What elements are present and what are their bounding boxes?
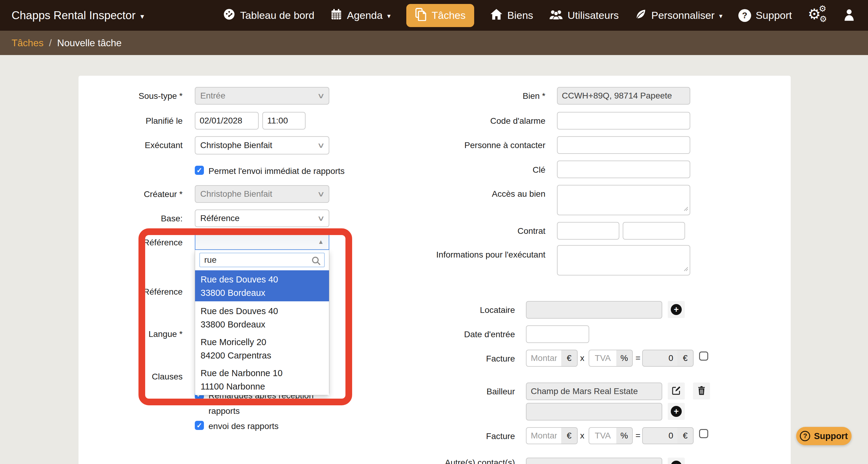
facture2-result-input [642, 427, 678, 444]
option-line1: Rue de Narbonne 10 [200, 366, 329, 380]
option-line2: 11100 Narbonne [200, 380, 329, 393]
planned-time-input[interactable] [262, 112, 306, 130]
nav-item-label: Tableau de bord [240, 9, 314, 21]
nav-item-taches[interactable]: Tâches [406, 4, 474, 27]
bien-label: Bien * [436, 91, 546, 101]
locataire-input [526, 301, 662, 319]
facture1-percent-addon: % [616, 350, 633, 367]
contrat-input-2[interactable] [623, 222, 685, 240]
planned-date-input[interactable] [195, 112, 259, 130]
createur-select[interactable]: Christophe Bienfait ∨ [195, 185, 329, 203]
chevron-down-icon: ∨ [317, 214, 325, 223]
facture1-checkbox[interactable] [699, 352, 708, 361]
chevron-down-icon: ∨ [317, 92, 325, 100]
cle-input[interactable] [557, 161, 690, 178]
facture1-currency-addon: € [561, 350, 578, 367]
settings-gears-button[interactable]: ⚙ ⚙ ⚙ [808, 6, 827, 25]
leaf-icon [634, 8, 647, 23]
option-line1: Rue des Douves 40 [200, 304, 329, 318]
resize-handle-icon[interactable] [683, 203, 688, 213]
acces-bien-textarea[interactable] [557, 185, 690, 215]
user-profile-button[interactable] [843, 8, 855, 23]
permet-envoi-label: Permet l'envoi immédiat de rapports [209, 166, 344, 176]
date-entree-label: Date d'entrée [405, 330, 515, 339]
tasks-icon [415, 8, 427, 24]
breadcrumb-taches-link[interactable]: Tâches [11, 37, 43, 48]
date-entree-input[interactable] [526, 325, 589, 343]
facture2-tva-input[interactable] [589, 427, 617, 444]
resize-handle-icon[interactable] [683, 264, 688, 273]
executant-select[interactable]: Christophe Bienfait ∨ [195, 136, 329, 155]
bailleur-delete-button[interactable] [693, 383, 710, 400]
personne-contacter-input[interactable] [557, 136, 690, 154]
facture1-label: Facture [405, 354, 515, 364]
calendar-icon [330, 8, 342, 23]
executant-value: Christophe Bienfait [200, 140, 272, 150]
nav-item-tableau-de-bord[interactable]: Tableau de bord [223, 8, 314, 23]
plus-icon: + [671, 406, 682, 417]
dropdown-option[interactable]: Rue de Narbonne 10 11100 Narbonne [195, 364, 329, 395]
contrat-input-1[interactable] [557, 222, 619, 240]
nav-item-personnaliser[interactable]: Personnaliser ▾ [634, 8, 722, 23]
dropdown-option[interactable]: Rue Moricelly 20 84200 Carpentras [195, 333, 329, 364]
nav-item-support[interactable]: ? Support [738, 9, 792, 22]
bailleur-secondary-input [526, 403, 662, 421]
dropdown-option[interactable]: Rue des Douves 40 33800 Bordeaux [195, 270, 329, 301]
nav-item-label: Tâches [432, 9, 466, 21]
dropdown-option[interactable]: Rue des Douves 40 33800 Bordeaux [195, 302, 329, 333]
sous-type-label: Sous-type * [73, 91, 183, 101]
facture2-currency-addon: € [561, 427, 578, 444]
brand-title: Chapps Rental Inspector [11, 9, 135, 22]
facture1-equals: = [636, 353, 640, 363]
langue-label: Langue * [73, 329, 183, 339]
autres-contacts-input [526, 458, 662, 464]
chevron-down-icon: ▾ [140, 12, 144, 21]
facture1-montant-input[interactable] [526, 350, 562, 367]
brand-menu[interactable]: Chapps Rental Inspector ▾ [11, 9, 144, 22]
reference-label: Référence [73, 238, 183, 247]
reference-search-input[interactable] [199, 253, 325, 267]
infos-executant-textarea[interactable] [557, 245, 690, 275]
breadcrumb-separator: / [49, 37, 52, 48]
nav-item-label: Utilisateurs [568, 9, 619, 21]
facture2-percent-addon: % [616, 427, 633, 444]
reference2-label: Référence [73, 287, 183, 297]
envoi-rapports-checkbox[interactable]: ✓ [195, 421, 204, 430]
option-line1: Rue Moricelly 20 [200, 335, 329, 349]
bailleur-add-button[interactable]: + [668, 403, 685, 420]
support-fab-button[interactable]: ? Support [796, 427, 851, 445]
nav-item-biens[interactable]: Biens [490, 8, 533, 23]
code-alarme-input[interactable] [557, 112, 690, 130]
nav-item-utilisateurs[interactable]: Utilisateurs [549, 8, 619, 23]
edit-icon [672, 386, 681, 397]
chevron-down-icon: ▾ [387, 12, 391, 20]
page-title: Nouvelle tâche [57, 37, 122, 48]
search-icon [311, 256, 321, 267]
reference-combobox[interactable]: ▲ [195, 233, 329, 250]
bailleur-edit-button[interactable] [668, 383, 685, 400]
autres-contacts-add-button[interactable]: + [668, 458, 685, 464]
user-icon [843, 17, 855, 22]
breadcrumb: Tâches / Nouvelle tâche [0, 31, 868, 55]
facture2-checkbox[interactable] [699, 429, 708, 438]
nav-item-label: Biens [507, 9, 533, 21]
nav-item-label: Support [756, 9, 792, 21]
permet-envoi-checkbox[interactable]: ✓ [195, 166, 204, 175]
option-line2: 33800 Bordeaux [200, 286, 329, 299]
sous-type-select[interactable]: Entrée ∨ [195, 87, 329, 105]
chevron-down-icon: ∨ [317, 141, 325, 150]
base-value: Référence [200, 213, 240, 223]
nav-item-agenda[interactable]: Agenda ▾ [330, 8, 391, 23]
bien-input [557, 87, 690, 105]
locataire-add-button[interactable]: + [668, 301, 685, 318]
support-fab-label: Support [814, 431, 847, 441]
facture1-tva-input[interactable] [589, 350, 617, 367]
personne-contacter-label: Personne à contacter [436, 140, 546, 150]
envoi-rapports-label: envoi des rapports [209, 422, 278, 431]
base-label: Base: [73, 214, 183, 224]
chevron-down-icon: ∨ [317, 190, 325, 198]
base-select[interactable]: Référence ∨ [195, 209, 329, 227]
createur-label: Créateur * [73, 190, 183, 199]
nav-item-label: Personnaliser [651, 9, 715, 21]
facture2-montant-input[interactable] [526, 427, 562, 444]
